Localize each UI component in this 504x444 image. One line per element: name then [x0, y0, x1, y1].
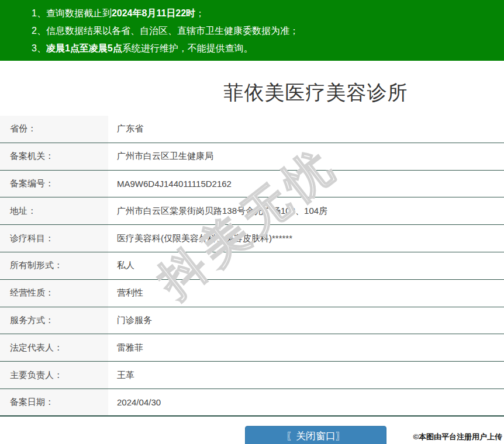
row-value: 王革 — [108, 370, 504, 381]
row-value: MA9W6D4J144011115D2162 — [108, 179, 504, 189]
row-value: 广州市白云区卫生健康局 — [108, 151, 504, 162]
notice-1-text: 查询数据截止到 — [46, 8, 112, 18]
row-label: 经营性质： — [0, 280, 108, 307]
row-label: 服务方式： — [0, 307, 108, 334]
table-row-principal: 主要负责人： 王革 — [0, 362, 504, 389]
row-value: 私人 — [108, 260, 504, 271]
notice-1-suffix: ； — [195, 8, 205, 18]
notice-1-bold-text: 2024年8月11日22时 — [112, 8, 195, 18]
table-row-legal-representative: 法定代表人： 雷雅菲 — [0, 334, 504, 362]
row-label: 省份： — [0, 116, 108, 143]
row-label: 备案机关： — [0, 143, 108, 170]
page-title: 菲依美医疗美容诊所 — [224, 79, 408, 106]
row-value: 雷雅菲 — [108, 342, 504, 353]
row-value: 2024/04/30 — [108, 397, 504, 407]
row-label: 主要负责人： — [0, 362, 108, 388]
notice-list: 1、查询数据截止到2024年8月11日22时； 2、信息数据结果以各省、自治区、… — [32, 5, 504, 57]
table-row-treatment-subjects: 诊疗科目： 医疗美容科(仅限美容外科、美容皮肤科)****** — [0, 225, 504, 252]
notice-1-number: 1、 — [32, 8, 46, 18]
notice-3-suffix: 系统进行维护，不能提供查询。 — [122, 43, 253, 53]
table-row-filing-date: 备案日期： 2024/04/30 — [0, 389, 504, 417]
row-value: 医疗美容科(仅限美容外科、美容皮肤科)****** — [108, 233, 504, 244]
table-row-ownership-form: 所有制形式： 私人 — [0, 252, 504, 280]
table-row-service-mode: 服务方式： 门诊服务 — [0, 307, 504, 335]
row-label: 法定代表人： — [0, 334, 108, 361]
row-label: 备案编号： — [0, 171, 108, 197]
notice-2-number: 2、 — [32, 26, 46, 36]
notice-3-bold-text: 凌晨1点至凌晨5点 — [46, 43, 122, 53]
row-label: 诊疗科目： — [0, 225, 108, 252]
notice-item-1: 1、查询数据截止到2024年8月11日22时； — [32, 5, 504, 22]
row-value: 广东省 — [108, 123, 504, 134]
notice-item-3: 3、凌晨1点至凌晨5点系统进行维护，不能提供查询。 — [32, 40, 504, 57]
row-label: 地址： — [0, 197, 108, 224]
notice-3-number: 3、 — [32, 43, 46, 53]
row-value: 营利性 — [108, 287, 504, 299]
row-value: 门诊服务 — [108, 315, 504, 326]
table-row-filing-number: 备案编号： MA9W6D4J144011115D2162 — [0, 171, 504, 198]
row-label: 备案日期： — [0, 389, 108, 415]
close-window-button[interactable]: 〖关闭窗口〗 — [245, 426, 386, 444]
notice-2-text: 信息数据结果以各省、自治区、直辖市卫生健康委数据为准； — [46, 26, 299, 36]
row-value: 广州市白云区棠景街岗贝路138号金光广场103、104房 — [108, 206, 504, 217]
table-row-province: 省份： 广东省 — [0, 116, 504, 143]
notice-item-2: 2、信息数据结果以各省、自治区、直辖市卫生健康委数据为准； — [32, 22, 504, 40]
notice-banner: 1、查询数据截止到2024年8月11日22时； 2、信息数据结果以各省、自治区、… — [0, 0, 504, 61]
table-row-address: 地址： 广州市白云区棠景街岗贝路138号金光广场103、104房 — [0, 197, 504, 225]
table-row-filing-authority: 备案机关： 广州市白云区卫生健康局 — [0, 143, 504, 171]
record-detail-table: 省份： 广东省 备案机关： 广州市白云区卫生健康局 备案编号： MA9W6D4J… — [0, 116, 504, 417]
title-section: 菲依美医疗美容诊所 — [0, 61, 504, 116]
clinic-record-page: 1、查询数据截止到2024年8月11日22时； 2、信息数据结果以各省、自治区、… — [0, 0, 504, 444]
table-row-business-nature: 经营性质： 营利性 — [0, 280, 504, 307]
row-label: 所有制形式： — [0, 252, 108, 279]
platform-upload-note: ©本图由平台注册用户上传 — [413, 432, 502, 442]
